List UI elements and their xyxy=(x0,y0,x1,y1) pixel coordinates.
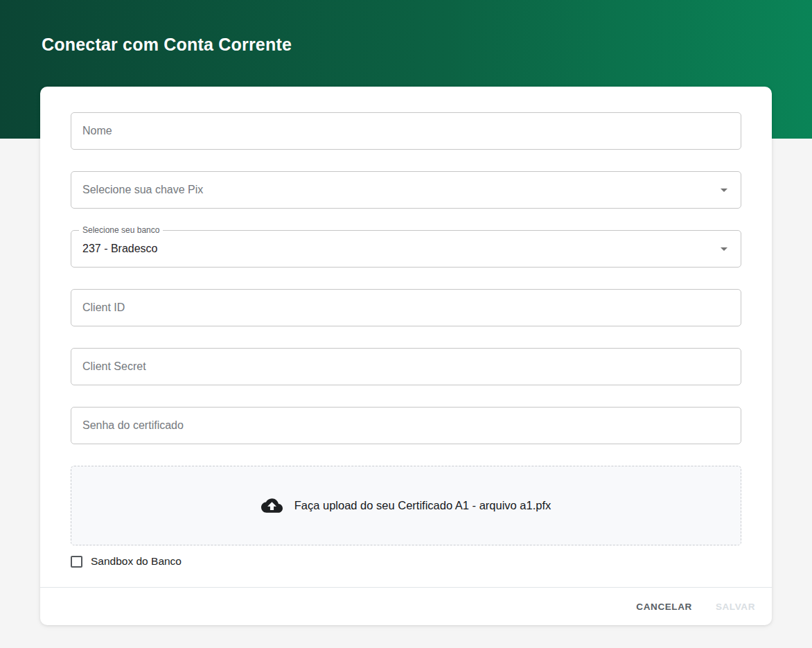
senha-certificado-input[interactable] xyxy=(71,408,741,444)
chevron-down-icon xyxy=(716,240,732,257)
senha-certificado-field-wrapper xyxy=(71,407,741,444)
certificado-upload-dropzone[interactable]: Faça upload do seu Certificado A1 - arqu… xyxy=(71,466,741,545)
client-secret-field-wrapper xyxy=(71,348,741,385)
card-body: Selecione sua chave Pix Selecione seu ba… xyxy=(40,87,772,587)
card-footer: CANCELAR SALVAR xyxy=(40,587,772,625)
banco-select-label: Selecione seu banco xyxy=(79,225,163,236)
page-title: Conectar com Conta Corrente xyxy=(42,35,770,55)
save-button[interactable]: SALVAR xyxy=(714,596,757,618)
client-secret-input[interactable] xyxy=(71,349,741,385)
chevron-down-icon xyxy=(716,182,732,198)
client-id-input[interactable] xyxy=(71,290,741,326)
cloud-upload-icon xyxy=(261,495,283,516)
sandbox-checkbox-row: Sandbox do Banco xyxy=(71,555,741,587)
banco-select-value[interactable]: 237 - Bradesco xyxy=(71,243,741,255)
page: Conectar com Conta Corrente Selecione su… xyxy=(0,0,812,648)
banco-select[interactable]: Selecione seu banco 237 - Bradesco xyxy=(71,230,741,268)
nome-field-wrapper xyxy=(71,112,741,150)
sandbox-checkbox[interactable] xyxy=(71,556,82,568)
pix-select-value[interactable]: Selecione sua chave Pix xyxy=(71,184,741,196)
cancel-button[interactable]: CANCELAR xyxy=(635,596,694,618)
nome-input[interactable] xyxy=(71,113,741,149)
upload-label: Faça upload do seu Certificado A1 - arqu… xyxy=(294,499,551,512)
sandbox-checkbox-label[interactable]: Sandbox do Banco xyxy=(91,555,182,568)
client-id-field-wrapper xyxy=(71,289,741,326)
pix-select[interactable]: Selecione sua chave Pix xyxy=(71,171,741,209)
connect-account-card: Selecione sua chave Pix Selecione seu ba… xyxy=(40,87,772,625)
